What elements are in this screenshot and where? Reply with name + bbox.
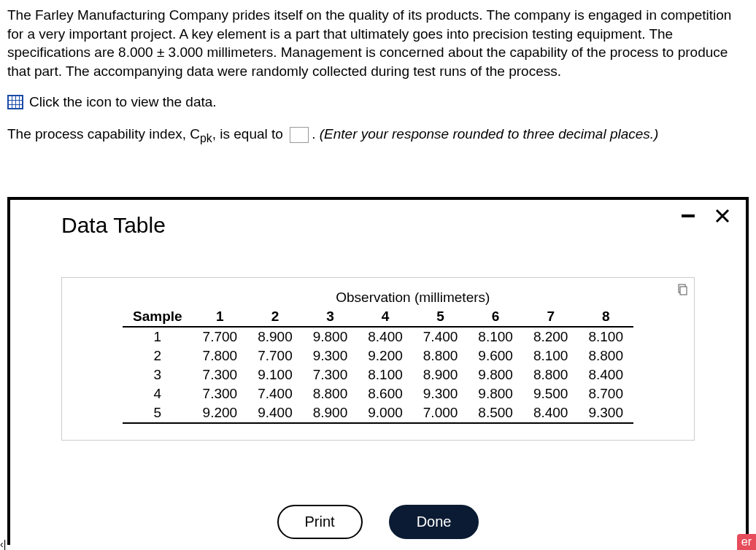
- data-cell: 9.000: [358, 403, 413, 423]
- data-cell: 8.800: [413, 346, 468, 365]
- data-cell: 8.800: [523, 365, 579, 384]
- data-cell: 8.100: [468, 327, 523, 346]
- print-button[interactable]: Print: [277, 505, 363, 539]
- data-cell: 7.300: [303, 365, 358, 384]
- minimize-icon[interactable]: [682, 214, 695, 217]
- copy-icon[interactable]: [676, 284, 688, 295]
- question-tail: .: [312, 126, 320, 142]
- table-row: 37.3009.1007.3008.1008.9009.8008.8008.40…: [123, 365, 633, 384]
- sample-cell: 3: [123, 365, 193, 384]
- sample-cell: 4: [123, 384, 193, 403]
- table-icon[interactable]: [7, 95, 23, 109]
- table-body: 17.7008.9009.8008.4007.4008.1008.2008.10…: [123, 327, 633, 423]
- sample-cell: 5: [123, 403, 193, 423]
- data-table-modal: Data Table Observation (millimeters) Sam…: [7, 197, 749, 545]
- icon-prompt-text: Click the icon to view the data.: [29, 94, 217, 110]
- table-row: 27.8007.7009.3009.2008.8009.6008.1008.80…: [123, 346, 633, 365]
- col-2: 2: [247, 307, 303, 327]
- data-cell: 9.400: [247, 403, 303, 423]
- svg-rect-1: [680, 287, 687, 295]
- data-cell: 8.800: [303, 384, 358, 403]
- data-cell: 7.300: [193, 365, 248, 384]
- data-cell: 8.900: [413, 365, 468, 384]
- data-cell: 8.900: [303, 403, 358, 423]
- left-edge-mark: ‹|: [0, 538, 6, 550]
- col-5: 5: [413, 307, 468, 327]
- data-cell: 8.100: [523, 346, 579, 365]
- data-cell: 7.800: [193, 346, 248, 365]
- data-cell: 8.800: [578, 346, 633, 365]
- data-cell: 8.100: [578, 327, 633, 346]
- hint-text: (Enter your response rounded to three de…: [320, 126, 659, 142]
- question-sub: pk: [200, 131, 212, 144]
- data-cell: 9.800: [303, 327, 358, 346]
- data-cell: 9.200: [358, 346, 413, 365]
- question-pre: The process capability index, C: [7, 126, 200, 142]
- data-cell: 7.700: [193, 327, 248, 346]
- data-cell: 9.300: [578, 403, 633, 423]
- data-cell: 8.500: [468, 403, 523, 423]
- data-icon-row: Click the icon to view the data.: [0, 81, 756, 110]
- modal-controls: [682, 207, 731, 225]
- data-table: Observation (millimeters) Sample 1 2 3 4…: [123, 288, 633, 424]
- data-cell: 8.100: [358, 365, 413, 384]
- modal-buttons: Print Done: [10, 505, 746, 539]
- observation-header: Observation (millimeters): [193, 288, 633, 307]
- data-cell: 7.700: [247, 346, 303, 365]
- er-tag: er: [737, 534, 756, 550]
- data-cell: 8.600: [358, 384, 413, 403]
- table-row: 17.7008.9009.8008.4007.4008.1008.2008.10…: [123, 327, 633, 346]
- col-7: 7: [523, 307, 579, 327]
- question-row: The process capability index, Cpk, is eq…: [0, 110, 756, 145]
- done-button[interactable]: Done: [389, 505, 479, 539]
- col-8: 8: [578, 307, 633, 327]
- data-cell: 9.800: [468, 384, 523, 403]
- data-cell: 8.400: [358, 327, 413, 346]
- col-3: 3: [303, 307, 358, 327]
- modal-title: Data Table: [61, 213, 695, 238]
- data-cell: 9.500: [523, 384, 579, 403]
- data-cell: 8.700: [578, 384, 633, 403]
- data-cell: 7.300: [193, 384, 248, 403]
- data-cell: 8.900: [247, 327, 303, 346]
- table-row: 47.3007.4008.8008.6009.3009.8009.5008.70…: [123, 384, 633, 403]
- problem-statement: The Farley Manufacturing Company prides …: [0, 0, 756, 81]
- sample-cell: 2: [123, 346, 193, 365]
- sample-cell: 1: [123, 327, 193, 346]
- data-cell: 7.000: [413, 403, 468, 423]
- data-cell: 9.300: [413, 384, 468, 403]
- question-post: , is equal to: [212, 126, 287, 142]
- data-cell: 9.200: [193, 403, 248, 423]
- data-cell: 9.300: [303, 346, 358, 365]
- col-4: 4: [358, 307, 413, 327]
- data-cell: 8.400: [578, 365, 633, 384]
- col-6: 6: [468, 307, 523, 327]
- table-row: 59.2009.4008.9009.0007.0008.5008.4009.30…: [123, 403, 633, 423]
- problem-paragraph: The Farley Manufacturing Company prides …: [7, 7, 731, 79]
- data-cell: 7.400: [413, 327, 468, 346]
- data-cell: 8.400: [523, 403, 579, 423]
- column-headers-row: Sample 1 2 3 4 5 6 7 8: [123, 307, 633, 327]
- col-1: 1: [193, 307, 248, 327]
- close-icon[interactable]: [714, 207, 731, 225]
- data-panel: Observation (millimeters) Sample 1 2 3 4…: [61, 277, 695, 441]
- sample-header: Sample: [123, 307, 193, 327]
- data-cell: 9.100: [247, 365, 303, 384]
- data-cell: 8.200: [523, 327, 579, 346]
- answer-input[interactable]: [290, 127, 309, 143]
- data-cell: 9.600: [468, 346, 523, 365]
- data-cell: 7.400: [247, 384, 303, 403]
- data-cell: 9.800: [468, 365, 523, 384]
